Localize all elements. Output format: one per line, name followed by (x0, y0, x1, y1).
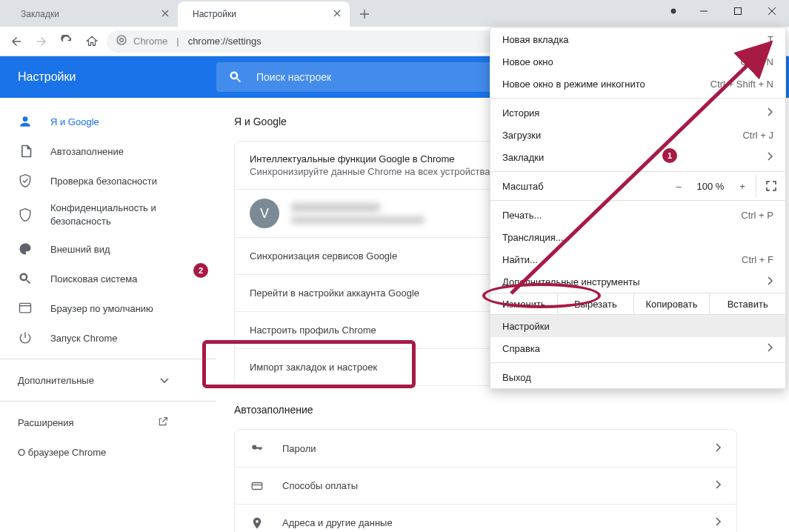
svg-point-3 (120, 39, 124, 42)
key-icon (250, 442, 264, 455)
open-external-icon (157, 416, 169, 430)
blurred-text (291, 216, 425, 224)
profile-avatar-large: V (250, 199, 279, 228)
menu-print[interactable]: Печать...Ctrl + P (490, 204, 785, 226)
chrome-icon (116, 34, 127, 48)
menu-copy[interactable]: Копировать (633, 293, 710, 314)
nav-about-chrome[interactable]: О браузере Chrome (0, 437, 216, 467)
chevron-right-icon (768, 276, 773, 287)
section-heading: Автозаполнение (234, 404, 789, 416)
menu-bookmarks[interactable]: Закладки (490, 146, 785, 168)
nav-safety-check[interactable]: Проверка безопасности (0, 166, 216, 196)
svg-rect-1 (735, 8, 742, 15)
location-icon (250, 516, 264, 530)
close-icon[interactable] (162, 9, 169, 19)
menu-find[interactable]: Найти...Ctrl + F (490, 248, 785, 270)
chevron-right-icon (768, 343, 773, 354)
reload-button[interactable] (56, 31, 77, 52)
menu-incognito[interactable]: Новое окно в режиме инкогнитоCtrl + Shif… (490, 73, 785, 95)
back-button[interactable] (6, 31, 27, 52)
row-payments[interactable]: Способы оплаты (235, 467, 736, 504)
zoom-in-button[interactable]: + (729, 175, 756, 197)
menu-new-tab[interactable]: Новая вкладкаT (490, 28, 785, 50)
card-autofill: Пароли Способы оплаты Адреса и другие да… (234, 429, 737, 532)
menu-zoom: Масштаб – 100 % + (490, 175, 785, 197)
chevron-right-icon (768, 107, 773, 119)
close-icon[interactable] (333, 9, 341, 19)
svg-point-2 (117, 36, 126, 44)
address-prefix: Chrome (133, 36, 167, 47)
nav-appearance[interactable]: Внешний вид (0, 234, 216, 264)
menu-cut[interactable]: Вырезать (557, 293, 633, 314)
menu-paste[interactable]: Вставить (709, 293, 785, 314)
search-icon (18, 271, 33, 286)
nav-autofill[interactable]: Автозаполнение (0, 136, 216, 166)
menu-new-window[interactable]: Новое окноCtrl + N (490, 50, 785, 73)
power-icon (18, 330, 33, 345)
menu-downloads[interactable]: ЗагрузкиCtrl + J (490, 124, 785, 146)
address-path: chrome://settings (188, 36, 262, 47)
annotation-badge-1: 1 (662, 148, 677, 163)
settings-title: Настройки (0, 56, 216, 98)
browser-tab-bookmarks[interactable]: Закладки (6, 1, 178, 27)
nav-default-browser[interactable]: Браузер по умолчанию (0, 293, 216, 323)
shield-check-icon (18, 173, 33, 188)
blurred-text (291, 203, 380, 212)
row-passwords[interactable]: Пароли (235, 430, 736, 467)
clipboard-icon (18, 144, 33, 159)
nav-advanced[interactable]: Дополнительные (0, 365, 216, 395)
minimize-button[interactable] (687, 0, 721, 22)
window-titlebar: Закладки Настройки (0, 0, 789, 27)
nav-me-and-google[interactable]: Я и Google (0, 107, 216, 136)
tab-title: Настройки (193, 9, 236, 19)
home-button[interactable] (81, 31, 102, 52)
chevron-right-icon (768, 152, 773, 163)
menu-exit[interactable]: Выход (490, 366, 785, 388)
menu-settings[interactable]: Настройки (490, 315, 785, 337)
close-window-button[interactable] (755, 0, 789, 22)
credit-card-icon (250, 479, 264, 493)
menu-cast[interactable]: Трансляция... (490, 226, 785, 248)
svg-rect-7 (20, 303, 31, 313)
nav-extensions[interactable]: Расширения (0, 408, 216, 437)
row-addresses[interactable]: Адреса и другие данные (235, 504, 736, 532)
annotation-badge-2: 2 (193, 263, 208, 278)
nav-search-engine[interactable]: Поисковая система (0, 264, 216, 293)
chevron-down-icon (160, 375, 169, 386)
nav-privacy[interactable]: Конфиденциальность и безопасность (0, 196, 216, 234)
svg-point-0 (671, 9, 676, 13)
settings-sidebar: Настройки Я и Google Автозаполнение Пров… (0, 56, 216, 532)
chevron-right-icon (716, 443, 722, 454)
zoom-out-button[interactable]: – (665, 175, 692, 197)
forward-button[interactable] (31, 31, 52, 52)
tab-title: Закладки (21, 9, 59, 19)
browser-tab-settings[interactable]: Настройки (178, 1, 350, 27)
chevron-right-icon (716, 517, 722, 528)
search-icon (228, 70, 243, 84)
fullscreen-button[interactable] (756, 175, 785, 197)
chevron-right-icon (716, 480, 722, 491)
maximize-button[interactable] (721, 0, 755, 22)
menu-edit-row: Изменить Вырезать Копировать Вставить (490, 293, 785, 315)
menu-help[interactable]: Справка (490, 337, 785, 359)
shield-icon (18, 207, 33, 222)
menu-more-tools[interactable]: Дополнительные инструменты (490, 270, 785, 293)
account-dot-icon[interactable] (660, 0, 687, 22)
browser-icon (18, 301, 33, 316)
person-icon (18, 114, 33, 129)
chrome-main-menu: Новая вкладкаT Новое окноCtrl + N Новое … (490, 27, 786, 389)
zoom-percent: 100 % (692, 181, 729, 192)
svg-rect-8 (252, 482, 262, 489)
palette-icon (18, 242, 33, 256)
nav-on-startup[interactable]: Запуск Chrome (0, 323, 216, 353)
menu-history[interactable]: История (490, 102, 785, 124)
new-tab-button[interactable] (354, 4, 375, 24)
